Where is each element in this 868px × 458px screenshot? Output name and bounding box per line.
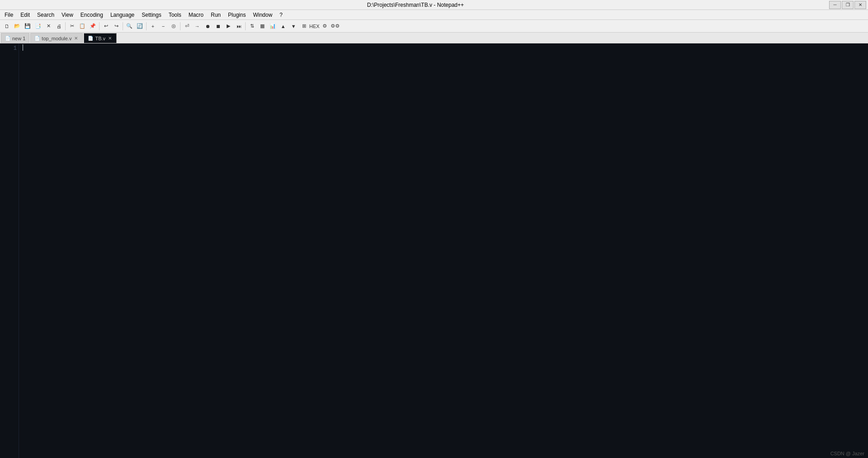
menu-edit[interactable]: Edit [17,10,33,19]
toolbar-clonetoother[interactable]: ⊞ [299,21,309,31]
toolbar-paste[interactable]: 📌 [88,21,98,31]
toolbar-close[interactable]: ✕ [43,21,53,31]
tab-tb-label: TB.v [95,36,105,41]
tab-new1[interactable]: 📄 new 1 [1,33,29,43]
toolbar-copy[interactable]: 📋 [77,21,87,31]
toolbar-zoom-restore[interactable]: ◎ [169,21,179,31]
tab-top-module-close[interactable]: ✕ [73,36,79,41]
title-bar: D:\Projects\Freshman\TB.v - Notepad++ ─ … [0,0,868,10]
tab-tb-close[interactable]: ✕ [107,36,113,41]
menu-language[interactable]: Language [107,10,138,19]
toolbar-save-all[interactable]: 📑 [33,21,43,31]
window-title: D:\Projects\Freshman\TB.v - Notepad++ [2,2,829,8]
restore-button[interactable]: ❐ [842,1,854,9]
toolbar: 🗋 📂 💾 📑 ✕ 🖨 ✂ 📋 📌 ↩ ↪ 🔍 🔄 + − ◎ ⏎ → ⏺ ⏹ … [0,20,868,33]
menu-encoding[interactable]: Encoding [77,10,107,19]
toolbar-sep-2 [99,22,100,30]
toolbar-undo[interactable]: ↩ [101,21,111,31]
tab-new1-icon: 📄 [5,36,10,41]
window-controls: ─ ❐ ✕ [829,1,866,9]
toolbar-macro-record[interactable]: ⏺ [203,21,213,31]
toolbar-new[interactable]: 🗋 [2,21,12,31]
line-numbers: 1 [0,43,19,458]
toolbar-sep-3 [123,22,123,30]
toolbar-zoom-in[interactable]: + [148,21,158,31]
menu-plugins[interactable]: Plugins [224,10,249,19]
toolbar-sync-scroll[interactable]: ⇅ [247,21,257,31]
menu-help[interactable]: ? [276,10,286,19]
toolbar-redo[interactable]: ↪ [111,21,121,31]
text-cursor [23,44,23,51]
tabs-bar: 📄 new 1 📄 top_module.v ✕ 📄 TB.v ✕ [0,33,868,43]
line-number-1: 1 [2,44,17,52]
menu-bar: File Edit Search View Encoding Language … [0,10,868,20]
toolbar-down[interactable]: ▼ [289,21,299,31]
menu-search[interactable]: Search [33,10,58,19]
menu-view[interactable]: View [58,10,77,19]
toolbar-sep-1 [65,22,66,30]
toolbar-find[interactable]: 🔍 [124,21,134,31]
toolbar-sep-6 [245,22,246,30]
editor-container: 1 [0,43,868,458]
toolbar-macro-run[interactable]: ⏭ [234,21,244,31]
minimize-button[interactable]: ─ [829,1,841,9]
toolbar-plugin2[interactable]: ⚙⚙ [330,21,340,31]
toolbar-up[interactable]: ▲ [278,21,288,31]
tab-new1-label: new 1 [12,36,25,41]
tab-top-module-label: top_module.v [42,36,71,41]
menu-file[interactable]: File [1,10,17,19]
tab-tb-icon: 📄 [88,36,93,41]
toolbar-sep-5 [180,22,180,30]
toolbar-print[interactable]: 🖨 [54,21,64,31]
tab-tb[interactable]: 📄 TB.v ✕ [84,33,117,43]
toolbar-macro-play[interactable]: ▶ [223,21,233,31]
editor-line-1 [23,44,864,51]
toolbar-macro-stop[interactable]: ⏹ [213,21,223,31]
toolbar-replace[interactable]: 🔄 [135,21,145,31]
menu-settings[interactable]: Settings [138,10,165,19]
toolbar-wrap[interactable]: ⏎ [182,21,192,31]
tab-top-module[interactable]: 📄 top_module.v ✕ [30,33,83,43]
close-button[interactable]: ✕ [854,1,866,9]
menu-macro[interactable]: Macro [185,10,207,19]
editor-content[interactable] [19,43,868,458]
watermark: CSDN @ Jazer [830,451,864,456]
toolbar-zoom-out[interactable]: − [158,21,168,31]
menu-tools[interactable]: Tools [165,10,185,19]
toolbar-plugin1[interactable]: ⚙ [320,21,330,31]
menu-window[interactable]: Window [249,10,276,19]
toolbar-column-editor[interactable]: ▦ [257,21,267,31]
toolbar-doc-map[interactable]: 📊 [268,21,278,31]
menu-run[interactable]: Run [207,10,224,19]
toolbar-hex[interactable]: HEX [309,21,319,31]
toolbar-save[interactable]: 💾 [23,21,33,31]
toolbar-indent[interactable]: → [192,21,202,31]
toolbar-open[interactable]: 📂 [12,21,22,31]
toolbar-cut[interactable]: ✂ [67,21,77,31]
toolbar-sep-4 [146,22,147,30]
tab-top-module-icon: 📄 [34,36,40,41]
